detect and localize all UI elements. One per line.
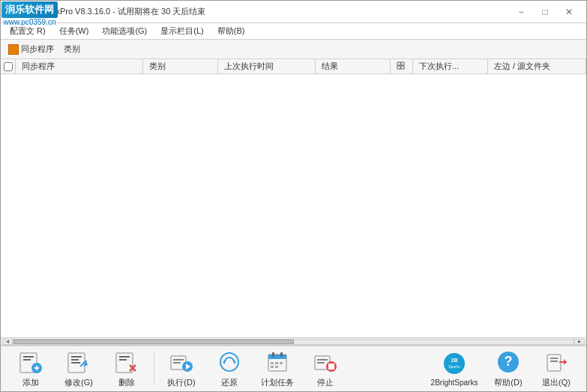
col-header-lastrun[interactable]: 上次执行时间 [218,59,316,73]
horizontal-scrollbar[interactable]: ◂ ▸ [1,337,586,345]
svg-marker-29 [223,360,225,364]
stop-icon [313,350,337,374]
col-header-nextrun[interactable]: 下次执行... [413,59,488,73]
svg-rect-42 [317,362,325,364]
app-icon: S [7,6,19,18]
help-button[interactable]: ? 帮助(D) [484,349,532,389]
svg-rect-13 [71,356,82,358]
exit-button[interactable]: 退出(Q) [532,349,580,389]
stop-button[interactable]: 停止 [301,349,349,389]
scroll-track[interactable] [13,339,574,345]
restore-button[interactable]: 还原 [205,349,253,389]
add-icon [19,350,43,374]
grid-icon [397,61,407,72]
svg-rect-35 [271,362,274,364]
svg-rect-4 [397,66,400,69]
help-icon: ? [496,350,520,374]
svg-rect-8 [23,359,31,361]
run-icon [169,350,193,374]
menu-options[interactable]: 功能选项(G) [96,24,153,38]
run-button[interactable]: 执行(D) [157,349,205,389]
svg-rect-32 [268,355,286,359]
brand-button[interactable]: 2B Sparks 2BrightSparks [424,349,484,389]
stop-label: 停止 [317,377,334,388]
add-label: 添加 [22,377,39,388]
column-headers: 同步程序 类别 上次执行时间 结果 下次执行... 左边 / 源文件夹 [1,59,586,74]
title-text: SyncBackPro V8.3.16.0 - 试用期将在 30 天后结束 [23,6,205,17]
col-header-checkbox[interactable] [1,59,16,73]
col-header-source[interactable]: 左边 / 源文件夹 [488,59,586,73]
col-header-grid[interactable] [391,59,413,73]
content-area: 同步程序 类别 上次执行时间 结果 下次执行... 左边 / 源文件夹 ◂ [1,59,586,345]
title-bar-left: S SyncBackPro V8.3.16.0 - 试用期将在 30 天后结束 [7,6,205,18]
col-header-category[interactable]: 类别 [143,59,218,73]
svg-rect-24 [173,359,184,361]
svg-rect-5 [401,66,404,69]
col-header-result[interactable]: 结果 [316,59,391,73]
add-button[interactable]: 添加 [7,349,55,389]
exit-icon [544,350,568,374]
run-label: 执行(D) [167,377,195,388]
menu-view[interactable]: 显示栏目(L) [154,24,209,38]
delete-icon [115,350,139,374]
svg-rect-37 [280,362,283,364]
svg-text:S: S [10,9,15,16]
brand-icon: 2B Sparks [442,352,466,376]
close-button[interactable]: ✕ [558,4,580,20]
delete-button[interactable]: 删除 [103,349,151,389]
toolbar-category[interactable]: 类别 [59,42,85,56]
scroll-left-btn[interactable]: ◂ [2,339,13,345]
svg-rect-11 [36,366,37,370]
svg-rect-38 [271,366,274,368]
menu-help[interactable]: 帮助(B) [211,24,251,38]
svg-rect-41 [317,359,328,361]
modify-label: 修改(G) [64,377,93,388]
brand-label: 2BrightSparks [431,379,478,387]
svg-rect-34 [280,352,283,357]
list-area [1,74,586,337]
separator-1 [154,352,154,385]
svg-rect-14 [71,359,79,361]
svg-text:?: ? [505,354,513,369]
minimize-button[interactable]: − [510,4,532,20]
svg-point-45 [444,353,465,374]
modify-icon [67,350,91,374]
col-header-name[interactable]: 同步程序 [16,59,143,73]
schedule-button[interactable]: 计划任务 [253,349,301,389]
sync-icon [8,44,19,55]
restore-label: 还原 [221,377,238,388]
svg-rect-15 [71,362,80,364]
svg-rect-25 [173,362,181,364]
restore-icon [217,350,241,374]
modify-button[interactable]: 修改(G) [55,349,103,389]
svg-rect-44 [328,364,334,370]
svg-rect-53 [550,358,558,359]
schedule-icon [265,350,289,374]
app-window: S SyncBackPro V8.3.16.0 - 试用期将在 30 天后结束 … [0,0,587,392]
svg-rect-39 [275,366,278,368]
svg-rect-54 [550,361,558,362]
svg-rect-50 [547,355,561,371]
svg-marker-30 [234,360,236,364]
menu-file[interactable]: 配置文 R) [4,24,52,38]
toolbar-sync-label: 同步程序 [21,43,54,55]
svg-rect-36 [275,362,278,364]
maximize-button[interactable]: □ [534,4,556,20]
menu-task[interactable]: 任务(W) [53,24,95,38]
select-all-checkbox[interactable] [4,62,13,71]
scroll-thumb[interactable] [13,340,294,344]
svg-rect-20 [119,359,127,361]
svg-marker-52 [564,359,567,365]
svg-rect-19 [119,356,130,358]
title-bar: S SyncBackPro V8.3.16.0 - 试用期将在 30 天后结束 … [1,1,586,23]
scroll-right-btn[interactable]: ▸ [574,339,585,345]
help-label: 帮助(D) [494,377,522,388]
schedule-label: 计划任务 [261,377,294,388]
exit-label: 退出(Q) [542,377,571,388]
delete-label: 删除 [118,377,135,388]
svg-rect-2 [397,62,400,65]
svg-rect-7 [23,356,34,358]
bottom-right: 2B Sparks 2BrightSparks ? 帮助(D) [424,349,580,389]
toolbar-sync[interactable]: 同步程序 [4,42,58,56]
bottom-toolbar: 添加 修改(G) [1,345,586,391]
